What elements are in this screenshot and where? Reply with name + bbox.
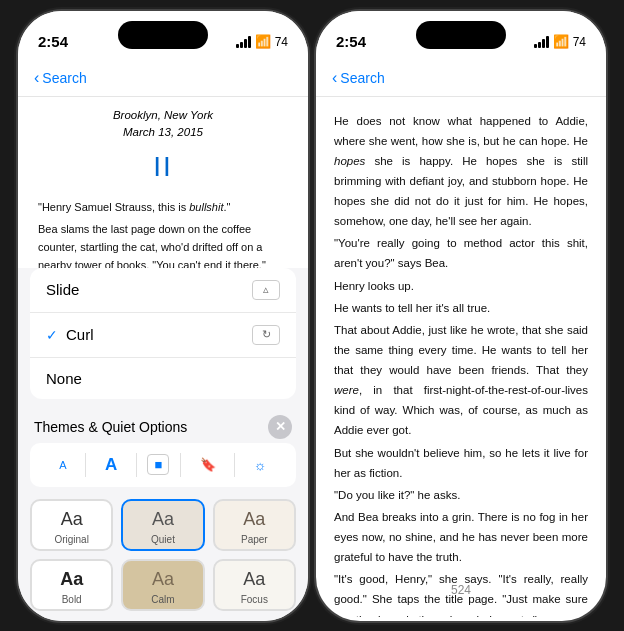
separator4 — [234, 453, 235, 477]
curl-option[interactable]: ✓ Curl ↻ — [30, 313, 296, 358]
right-chevron-left-icon: ‹ — [332, 69, 337, 87]
check-icon: ✓ — [46, 327, 58, 343]
left-nav-bar: ‹ Search — [18, 61, 308, 97]
right-nav-bar: ‹ Search — [316, 61, 606, 97]
theme-paper[interactable]: Aa Paper — [213, 499, 296, 551]
left-phone: 2:54 📶 74 ‹ Search — [18, 11, 308, 621]
themes-header: Themes & Quiet Options ✕ — [18, 407, 308, 443]
none-label: None — [46, 370, 280, 387]
slide-label: Slide — [46, 281, 252, 298]
theme-bold-display: Aa — [60, 569, 83, 590]
right-signal-icon — [534, 36, 549, 48]
page-number: 524 — [451, 583, 471, 597]
close-button[interactable]: ✕ — [268, 415, 292, 439]
theme-quiet-name: Quiet — [151, 534, 175, 545]
left-back-label: Search — [42, 70, 86, 86]
right-back-button[interactable]: ‹ Search — [332, 69, 385, 87]
font-decrease-button[interactable]: A — [51, 455, 74, 475]
theme-original-name: Original — [54, 534, 88, 545]
themes-title: Themes & Quiet Options — [34, 419, 187, 435]
right-time: 2:54 — [336, 33, 366, 50]
brightness-button[interactable]: ☼ — [246, 453, 275, 477]
right-para-6: "Do you like it?" he asks. — [334, 485, 588, 505]
right-para-7: And Bea breaks into a grin. There is no … — [334, 507, 588, 567]
theme-bold[interactable]: Aa Bold — [30, 559, 113, 611]
slide-option[interactable]: Slide ▵ — [30, 268, 296, 313]
left-status-icons: 📶 74 — [236, 34, 288, 49]
right-para-4: That about Addie, just like he wrote, th… — [334, 320, 588, 441]
theme-focus-name: Focus — [241, 594, 268, 605]
none-option[interactable]: None — [30, 358, 296, 399]
right-battery-icon: 74 — [573, 35, 586, 49]
right-book-content: He does not know what happened to Addie,… — [316, 97, 606, 617]
theme-paper-name: Paper — [241, 534, 268, 545]
font-style-button[interactable]: ■ — [147, 454, 169, 475]
curl-label: Curl — [66, 326, 252, 343]
book-header: Brooklyn, New York March 13, 2015 — [38, 107, 288, 142]
theme-calm[interactable]: Aa Calm — [121, 559, 204, 611]
slide-icon: ▵ — [252, 280, 280, 300]
theme-paper-display: Aa — [243, 509, 265, 530]
separator3 — [180, 453, 181, 477]
signal-icon — [236, 36, 251, 48]
theme-grid: Aa Original Aa Quiet Aa Paper Aa Bold Aa — [18, 495, 308, 621]
right-para-5: But she wouldn't believe him, so he lets… — [334, 443, 588, 483]
theme-original-display: Aa — [61, 509, 83, 530]
separator — [85, 453, 86, 477]
phones-container: 2:54 📶 74 ‹ Search — [18, 11, 606, 621]
dynamic-island — [118, 21, 208, 49]
right-para-3: He wants to tell her it's all true. — [334, 298, 588, 318]
right-para-0: He does not know what happened to Addie,… — [334, 111, 588, 232]
book-para-0: "Henry Samuel Strauss, this is bullshit.… — [38, 198, 288, 216]
theme-focus[interactable]: Aa Focus — [213, 559, 296, 611]
bookmark-button[interactable]: 🔖 — [192, 453, 224, 476]
curl-icon: ↻ — [252, 325, 280, 345]
right-wifi-icon: 📶 — [553, 34, 569, 49]
wifi-icon: 📶 — [255, 34, 271, 49]
chapter-number: II — [38, 145, 288, 190]
left-time: 2:54 — [38, 33, 68, 50]
chevron-left-icon: ‹ — [34, 69, 39, 87]
left-back-button[interactable]: ‹ Search — [34, 69, 87, 87]
theme-calm-name: Calm — [151, 594, 174, 605]
theme-quiet-display: Aa — [152, 509, 174, 530]
theme-focus-display: Aa — [243, 569, 265, 590]
theme-original[interactable]: Aa Original — [30, 499, 113, 551]
theme-quiet[interactable]: Aa Quiet — [121, 499, 204, 551]
separator2 — [136, 453, 137, 477]
transition-menu: Slide ▵ ✓ Curl ↻ None — [30, 268, 296, 399]
right-para-2: Henry looks up. — [334, 276, 588, 296]
font-controls: A A ■ 🔖 ☼ — [30, 443, 296, 487]
slide-panel: Slide ▵ ✓ Curl ↻ None Themes & Quiet Opt… — [18, 268, 308, 621]
right-phone: 2:54 📶 74 ‹ Search — [316, 11, 606, 621]
battery-icon: 74 — [275, 35, 288, 49]
book-header-line1: Brooklyn, New York — [38, 107, 288, 124]
theme-bold-name: Bold — [62, 594, 82, 605]
right-dynamic-island — [416, 21, 506, 49]
right-back-label: Search — [340, 70, 384, 86]
book-header-line2: March 13, 2015 — [38, 124, 288, 141]
font-increase-button[interactable]: A — [97, 451, 125, 479]
right-para-1: "You're really going to method actor thi… — [334, 233, 588, 273]
theme-calm-display: Aa — [152, 569, 174, 590]
right-status-icons: 📶 74 — [534, 34, 586, 49]
